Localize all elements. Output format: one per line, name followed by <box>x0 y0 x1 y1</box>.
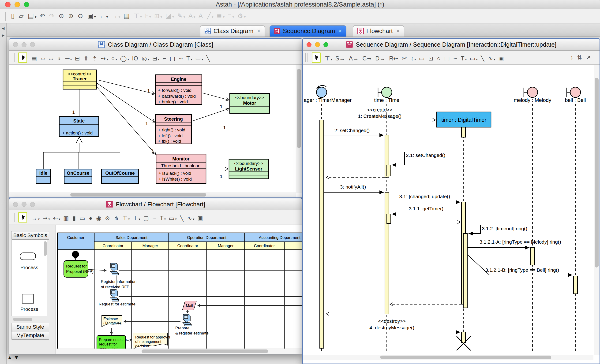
class-window-titlebar[interactable]: Class Diagram / Class Diagram [Class] <box>9 39 302 51</box>
activations[interactable] <box>320 120 578 348</box>
palette-scrollbar-thumb[interactable] <box>44 241 47 256</box>
zoom-in-icon[interactable]: ⊕ <box>68 13 74 19</box>
palette-sanno-style-button[interactable]: Sanno Style <box>11 323 49 331</box>
activation-bell[interactable] <box>573 276 578 294</box>
text-icon[interactable]: T <box>186 55 190 61</box>
process-icon[interactable]: ▭ <box>79 215 85 221</box>
usecase-dropdown-icon[interactable]: ▾ <box>128 57 129 61</box>
scrollbar-thumb[interactable] <box>380 355 551 359</box>
return-message-icon[interactable]: R⇠ <box>389 55 398 61</box>
settings-gear-icon[interactable]: ⚙ <box>237 13 243 19</box>
rect-dropdown-icon[interactable]: ▾ <box>175 217 177 221</box>
close-window-icon[interactable] <box>307 42 311 47</box>
order-dropdown-icon[interactable]: ▾ <box>233 15 234 19</box>
note-anchor-icon[interactable]: ┄ <box>153 215 156 221</box>
combined-fragment-icon[interactable]: ▭ <box>419 55 425 61</box>
class-diagram-window[interactable]: Class Diagram / Class Diagram [Class] ▤▱… <box>9 38 302 198</box>
subsystem-icon[interactable]: ▱ <box>49 55 53 61</box>
pin-icon[interactable]: ♀ <box>57 55 62 61</box>
flow-dotted-dropdown-icon[interactable]: ▾ <box>48 217 50 221</box>
copy-style-icon[interactable]: ⊞ <box>154 13 159 19</box>
class-idle[interactable]: Idle <box>36 169 51 183</box>
hierarchy-dropdown-icon[interactable]: ▾ <box>223 15 225 19</box>
duration-dropdown-icon[interactable]: ▾ <box>414 57 416 61</box>
select-cursor-icon[interactable] <box>18 212 27 223</box>
class-engine[interactable]: Engine + forward() : void + backward() :… <box>155 75 202 104</box>
palette-hscroll-thumb[interactable] <box>13 318 32 321</box>
flowchart-horizontal-scrollbar[interactable] <box>56 348 302 354</box>
minimize-window-icon[interactable] <box>22 42 27 47</box>
tab-flowchart[interactable]: Flowchart × <box>353 25 404 36</box>
stop-icon[interactable]: ✂ <box>402 55 407 61</box>
align-vertical-dropdown-icon[interactable]: ▾ <box>140 15 142 19</box>
lifeline-melody[interactable]: melody : Melody <box>514 87 551 103</box>
curve-icon[interactable]: ∿ <box>488 55 493 61</box>
line-shape-icon[interactable]: ╱ <box>207 13 211 19</box>
scrollbar-thumb[interactable] <box>595 78 599 267</box>
flow-dashed-icon[interactable]: ⇠ <box>53 215 58 221</box>
package-icon[interactable]: ▱ <box>41 55 45 61</box>
line-shape-dropdown-icon[interactable]: ▾ <box>212 15 213 19</box>
rect-icon[interactable]: ▭ <box>169 215 174 221</box>
text-icon[interactable]: T <box>461 55 464 61</box>
ball-socket-icon[interactable]: Ю <box>132 55 138 61</box>
toolbar-grip[interactable] <box>12 53 15 62</box>
lane-icon[interactable]: ▥ <box>63 215 69 221</box>
order-icon[interactable]: ≡ <box>228 13 232 19</box>
save-dropdown-icon[interactable]: ▾ <box>35 15 36 19</box>
process-rounded-symbol[interactable] <box>20 253 36 260</box>
class-diagram-canvas[interactable]: 1 1 1 1 1 1 1 <<control>> Tracer <box>9 65 302 198</box>
toolbar-grip[interactable] <box>305 53 308 62</box>
node-request-for-proposal[interactable]: Request for Proposal (RFP) <box>64 260 94 277</box>
image-icon[interactable]: ▣ <box>197 215 203 221</box>
redo-icon[interactable]: ↷ <box>49 13 55 19</box>
terminate-node-icon[interactable]: ⊗ <box>105 215 110 221</box>
scrollbar-thumb[interactable] <box>70 193 206 197</box>
line-icon[interactable]: ╲ <box>180 215 183 221</box>
composition-steering-motor[interactable] <box>191 109 229 121</box>
class-outofcourse[interactable]: OutOfCourse <box>102 169 139 183</box>
line-color-dropdown-icon[interactable]: ▾ <box>184 15 185 19</box>
note-anchor-icon[interactable]: ┄ <box>179 55 183 61</box>
final-node-icon[interactable]: ◉ <box>96 215 101 221</box>
font-icon[interactable]: A <box>198 13 203 19</box>
destroy-message-icon[interactable]: D→ <box>375 55 385 61</box>
flow-icon[interactable]: → <box>31 215 37 221</box>
forward-dropdown-icon[interactable]: ▾ <box>119 15 120 19</box>
lifeline-lines[interactable] <box>322 104 575 352</box>
toolbar-grip[interactable] <box>3 12 6 21</box>
node-estimate-document[interactable]: Estimate (Tentative) <box>102 316 122 327</box>
forward-icon[interactable]: → <box>111 13 118 19</box>
usecase-icon[interactable]: ◯ <box>120 55 127 61</box>
duration-icon[interactable]: ↕ <box>411 55 414 61</box>
tab-close-icon[interactable]: × <box>339 28 342 35</box>
computer-process-icon[interactable] <box>183 314 191 326</box>
computer-process-icon[interactable] <box>110 263 119 275</box>
activation-digitaltimer-ring[interactable] <box>463 234 467 308</box>
tab-sequence-diagram[interactable]: Sequence Diagram × <box>270 25 347 36</box>
instance-dropdown-icon[interactable]: ▾ <box>148 57 149 61</box>
sync-message-icon[interactable]: S→ <box>335 55 345 61</box>
close-window-icon[interactable] <box>5 2 10 7</box>
generalization-state-tree[interactable] <box>43 137 120 169</box>
palette-basic-symbols-button[interactable]: Basic Symbols <box>11 231 49 240</box>
sequence-horizontal-scrollbar[interactable] <box>303 355 593 360</box>
collapse-left-icon[interactable]: ◀ <box>0 26 6 30</box>
class-motor[interactable]: <<boundary>> Motor <box>230 93 270 113</box>
initial-node-icon[interactable]: ● <box>89 215 92 221</box>
zoom-out-icon[interactable]: ⊖ <box>78 13 83 19</box>
class-tracer[interactable]: <<control>> Tracer <box>63 70 97 89</box>
aggregation-dropdown-icon[interactable]: ▾ <box>116 57 117 61</box>
container-dropdown-icon[interactable]: ▾ <box>158 57 159 61</box>
zoom-window-icon[interactable] <box>323 42 328 47</box>
app-titlebar[interactable]: Astah - [/Applications/astah professiona… <box>0 0 600 9</box>
activation-time-nested[interactable] <box>387 165 391 176</box>
note-anchor-icon[interactable]: ┄ <box>453 55 457 61</box>
association-icon[interactable]: ─ <box>66 55 70 61</box>
zoom-actual-icon[interactable]: ⊙ <box>59 13 64 19</box>
toolbar-grip[interactable] <box>12 213 15 222</box>
scrollbar-thumb[interactable] <box>297 69 301 148</box>
scrollbar-thumb[interactable] <box>141 349 268 353</box>
copy-style-dropdown-icon[interactable]: ▾ <box>160 15 162 19</box>
association-dropdown-icon[interactable]: ▾ <box>70 57 72 61</box>
